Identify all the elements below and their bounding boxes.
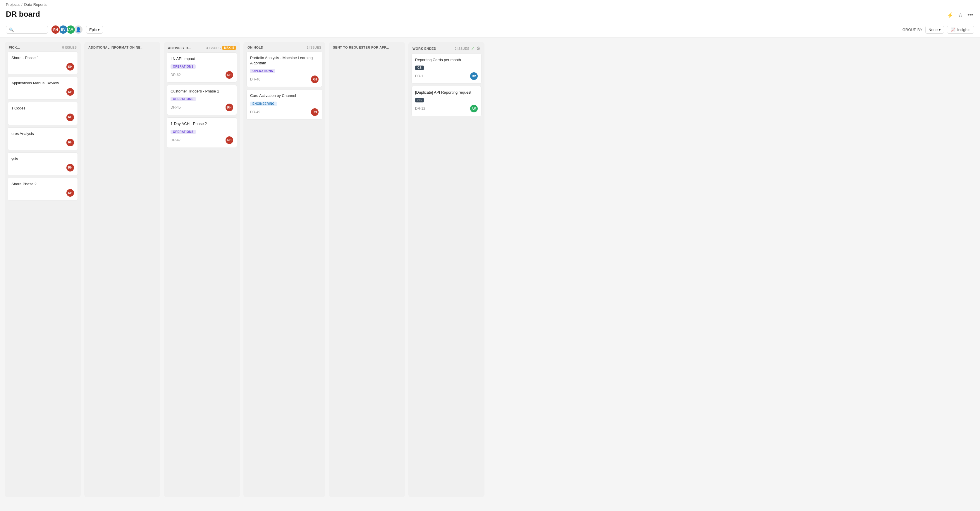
card-title: Share Phase 2... [11, 181, 74, 187]
card-id: DR-49 [250, 110, 260, 114]
group-by-select[interactable]: None ▾ [925, 26, 944, 33]
card-avatar: RH [67, 63, 74, 70]
card-tag: CS [415, 65, 424, 70]
card-id: DR-47 [170, 138, 181, 142]
card[interactable]: ysisRH [8, 153, 78, 175]
card[interactable]: 1-Day ACH - Phase 2OPERATIONSDR-47RH [167, 117, 237, 148]
cards-actively: LN API ImpactOPERATIONSDR-62RHCustomer T… [164, 53, 240, 497]
breadcrumb: Projects / Data Reports [6, 2, 974, 8]
search-icon: 🔍 [9, 27, 14, 32]
column-title-actively: ACTIVELY B... [168, 46, 204, 50]
column-pick: PICK...8 ISSUESShare - Phase 1RHApplicat… [5, 42, 81, 497]
column-count-onhold: 2 ISSUES [307, 46, 321, 49]
gear-icon[interactable]: ⚙ [476, 46, 480, 51]
cards-pick: Share - Phase 1RHApplications Manual Rev… [5, 51, 81, 497]
column-title-workended: WORK ENDED [412, 47, 453, 50]
column-title-sent: SENT TO REQUESTER FOR APP... [333, 46, 399, 49]
card-title: [Duplicate] API Reporting request [415, 90, 478, 95]
card-title: ysis [11, 156, 74, 162]
card-title: Customer Triggers - Phase 1 [170, 89, 233, 94]
card-footer: DR-62RH [170, 71, 233, 79]
column-header-pick: PICK...8 ISSUES [5, 42, 81, 51]
checkmark-workended: ✓ [471, 46, 474, 51]
card[interactable]: Portfolio Analysis - Machine Learning Al… [246, 51, 322, 87]
group-by-value: None [929, 27, 938, 32]
more-options-button[interactable]: ••• [966, 11, 974, 19]
insights-button[interactable]: 📈 Insights [947, 26, 974, 33]
breadcrumb-separator: / [21, 2, 22, 7]
breadcrumb-projects[interactable]: Projects [6, 2, 20, 7]
column-count-pick: 8 ISSUES [62, 46, 76, 49]
card-id: DR-1 [415, 74, 423, 78]
column-header-sent: SENT TO REQUESTER FOR APP... [329, 42, 405, 51]
column-title-onhold: ON HOLD [248, 46, 305, 49]
card-footer: DR-46RH [250, 75, 318, 83]
card-avatar: RH [311, 108, 318, 116]
card-footer: DR-49RH [250, 108, 318, 116]
card-title: 1-Day ACH - Phase 2 [170, 121, 233, 126]
card-id: DR-12 [415, 107, 425, 111]
card-footer: RH [11, 88, 74, 96]
avatar-rh[interactable]: RH [51, 25, 60, 34]
card-avatar: RH [226, 103, 233, 111]
card-title: Card Activation by Channel [250, 93, 318, 98]
card-footer: RH [11, 63, 74, 70]
breadcrumb-data-reports[interactable]: Data Reports [24, 2, 47, 7]
lightning-icon-button[interactable]: ⚡ [946, 11, 955, 20]
star-icon-button[interactable]: ☆ [957, 11, 964, 20]
card-avatar: RH [67, 164, 74, 172]
toolbar: 🔍 RH BV AM 👤 Epic ▾ GROUP BY None ▾ 📈 In… [0, 22, 980, 37]
card[interactable]: Reporting Cards per monthCSDR-1BV [411, 54, 482, 84]
column-title-additional: ADDITIONAL INFORMATION NE... [88, 46, 154, 49]
card-tag: OPERATIONS [170, 64, 196, 69]
card-tag: ENGINEERING [250, 102, 277, 106]
card-tag: OPERATIONS [170, 130, 196, 134]
epic-chevron-icon: ▾ [98, 27, 100, 32]
header-actions: ⚡ ☆ ••• [946, 11, 974, 20]
group-by-label: GROUP BY [902, 27, 923, 32]
column-header-onhold: ON HOLD2 ISSUES [243, 42, 325, 51]
card[interactable]: Card Activation by ChannelENGINEERINGDR-… [246, 89, 322, 119]
card-avatar: RH [67, 88, 74, 96]
page-title: DR board [6, 8, 40, 22]
card[interactable]: s CodesRH [8, 102, 78, 125]
cards-workended: Reporting Cards per monthCSDR-1BV[Duplic… [408, 54, 484, 497]
avatars-group: RH BV AM 👤 [51, 25, 83, 34]
card-title: Applications Manual Review [11, 81, 74, 86]
search-box[interactable]: 🔍 [6, 26, 48, 33]
card-footer: RH [11, 189, 74, 197]
column-header-additional: ADDITIONAL INFORMATION NE... [84, 42, 160, 51]
card-footer: DR-12AM [415, 105, 478, 112]
column-count-actively: 3 ISSUES [206, 46, 221, 50]
card[interactable]: Share - Phase 1RH [8, 51, 78, 74]
card-title: s Codes [11, 106, 74, 111]
column-onhold: ON HOLD2 ISSUESPortfolio Analysis - Mach… [243, 42, 325, 497]
epic-filter[interactable]: Epic ▾ [86, 26, 103, 33]
card-footer: RH [11, 164, 74, 172]
column-sent: SENT TO REQUESTER FOR APP... [329, 42, 405, 497]
column-header-workended: WORK ENDED2 ISSUES✓⚙ [408, 42, 484, 54]
card[interactable]: LN API ImpactOPERATIONSDR-62RH [167, 53, 237, 83]
card-avatar: RH [67, 189, 74, 197]
max-badge-actively: MAX: 5 [222, 46, 236, 50]
card-title: Portfolio Analysis - Machine Learning Al… [250, 55, 318, 66]
card-title: Share - Phase 1 [11, 55, 74, 60]
card-footer: DR-47RH [170, 136, 233, 144]
card[interactable]: [Duplicate] API Reporting requestCSDR-12… [411, 86, 482, 116]
card-footer: DR-1BV [415, 72, 478, 80]
column-header-actively: ACTIVELY B...3 ISSUESMAX: 5 [164, 42, 240, 53]
card-footer: RH [11, 113, 74, 121]
card-title: Reporting Cards per month [415, 57, 478, 63]
card[interactable]: Share Phase 2...RH [8, 178, 78, 201]
search-input[interactable] [16, 27, 45, 32]
group-by-chevron-icon: ▾ [939, 27, 941, 32]
card[interactable]: ures Analysis -RH [8, 127, 78, 150]
card-id: DR-62 [170, 73, 181, 77]
card-tag: OPERATIONS [170, 97, 196, 101]
column-title-pick: PICK... [9, 46, 60, 49]
card[interactable]: Customer Triggers - Phase 1OPERATIONSDR-… [167, 85, 237, 115]
card-tag: CS [415, 98, 424, 102]
column-additional: ADDITIONAL INFORMATION NE... [84, 42, 160, 497]
card[interactable]: Applications Manual ReviewRH [8, 77, 78, 100]
column-actively: ACTIVELY B...3 ISSUESMAX: 5LN API Impact… [164, 42, 240, 497]
